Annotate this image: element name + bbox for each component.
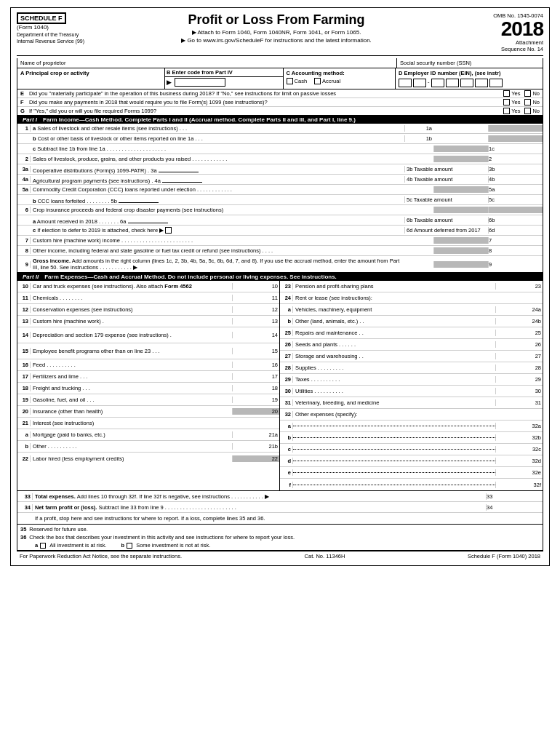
line-32d-label[interactable]: [293, 461, 495, 461]
ein-box3[interactable]: [431, 79, 444, 87]
name-field[interactable]: Name of proprietor: [17, 58, 397, 68]
row-g: G If "Yes," did you or will you file req…: [17, 107, 543, 115]
line-15-amount[interactable]: 15: [232, 348, 279, 354]
line-11-amount[interactable]: 11: [232, 295, 279, 301]
line-32a-amount[interactable]: 32a: [495, 423, 543, 429]
line-5c-amount[interactable]: 5c: [488, 196, 543, 203]
line-36b-checkbox[interactable]: [127, 543, 132, 549]
ein-box5[interactable]: [460, 79, 473, 87]
line-14-amount[interactable]: 14: [232, 332, 279, 338]
g-no-checkbox[interactable]: [524, 108, 531, 114]
line-24b-amount[interactable]: 24b: [495, 318, 543, 324]
line-36b[interactable]: b Some investment is not at risk.: [121, 542, 211, 549]
line-32f-label[interactable]: [293, 485, 495, 485]
line-6d-amount[interactable]: 6d: [488, 227, 543, 234]
line-4a-input[interactable]: [162, 175, 202, 183]
line-17-amount[interactable]: 17: [232, 373, 279, 380]
line-30-num: 30: [280, 388, 293, 394]
line-27-amount[interactable]: 27: [495, 353, 543, 359]
line-24a-amount[interactable]: 24a: [495, 306, 543, 313]
line-21a-amount[interactable]: 21a: [232, 431, 279, 438]
line-32e-amount[interactable]: 32e: [495, 469, 543, 476]
line-32a-label[interactable]: [293, 426, 495, 426]
ein-box4[interactable]: [446, 79, 459, 87]
accrual-checkbox-label[interactable]: Accrual: [314, 78, 340, 84]
line-21b-amount[interactable]: 21b: [232, 443, 279, 450]
line-32d-amount[interactable]: 32d: [495, 458, 543, 464]
line-12-amount[interactable]: 12: [232, 306, 279, 313]
e-no[interactable]: No: [524, 90, 540, 97]
line-20-amount[interactable]: 20: [232, 408, 279, 415]
line-34-amount[interactable]: 34: [486, 504, 540, 511]
line-32c-label[interactable]: [293, 449, 495, 450]
line-18-amount[interactable]: 18: [232, 385, 279, 391]
e-no-checkbox[interactable]: [524, 90, 531, 97]
line-1b-label: b Cost or other basis of livestock or ot…: [31, 135, 404, 142]
ein-box1[interactable]: [399, 79, 412, 87]
f-yes-checkbox[interactable]: [503, 99, 510, 105]
line-11-label: Chemicals . . . . . . . .: [31, 295, 232, 301]
ssn-field[interactable]: Social security number (SSN): [397, 58, 543, 68]
line-32b-label[interactable]: [293, 437, 495, 438]
line-3b-amount[interactable]: 3b: [488, 166, 543, 172]
line-1a-label: a Sales of livestock and other resale it…: [31, 125, 404, 132]
e-yes-checkbox[interactable]: [503, 90, 510, 97]
line-6c-checkbox[interactable]: [165, 227, 172, 234]
line-3-label: Cooperative distributions (Form(s) 1099-…: [31, 164, 404, 174]
g-yes[interactable]: Yes: [503, 108, 520, 114]
line-36a[interactable]: a All investment is at risk.: [35, 542, 107, 549]
ein-boxes: -: [399, 79, 540, 87]
line-1c-label: c Subtract line 1b from line 1a . . . . …: [31, 146, 404, 152]
line-29-num: 29: [280, 376, 293, 383]
line-32c-amount[interactable]: 32c: [495, 446, 543, 453]
line-10-amount[interactable]: 10: [232, 283, 279, 290]
line-16-amount[interactable]: 16: [232, 362, 279, 368]
line-5a-amount[interactable]: 5a: [488, 186, 543, 193]
line-9-amount[interactable]: 9: [488, 261, 543, 268]
line-32b-amount[interactable]: 32b: [495, 434, 543, 441]
g-no[interactable]: No: [524, 108, 540, 114]
cash-checkbox[interactable]: [287, 78, 293, 84]
e-yes[interactable]: Yes: [503, 90, 520, 97]
line-5b-input[interactable]: [119, 195, 159, 203]
line-5a-label: Commodity Credit Corporation (CCC) loans…: [31, 186, 404, 193]
ein-box7[interactable]: [489, 79, 503, 87]
line-30-amount[interactable]: 30: [495, 388, 543, 394]
line-7-amount[interactable]: 7: [488, 237, 543, 244]
line-19-amount[interactable]: 19: [232, 397, 279, 403]
line-31-amount[interactable]: 31: [495, 399, 543, 406]
line-32e-label[interactable]: [293, 472, 495, 473]
f-yes[interactable]: Yes: [503, 99, 520, 105]
code-input-box[interactable]: [175, 78, 225, 87]
ein-box2[interactable]: [413, 79, 426, 87]
f-no-checkbox[interactable]: [524, 99, 531, 105]
line-13-amount[interactable]: 13: [232, 318, 279, 324]
line-25-amount[interactable]: 25: [495, 330, 543, 336]
line-2-amount[interactable]: 2: [488, 156, 543, 162]
line-26-amount[interactable]: 26: [495, 341, 543, 348]
footer-left: For Paperwork Reduction Act Notice, see …: [20, 553, 182, 559]
line-14-num: 14: [17, 332, 31, 338]
line-32f-amount[interactable]: 32f: [495, 482, 543, 488]
enter-code-input-area[interactable]: ▶: [165, 77, 283, 87]
accrual-checkbox[interactable]: [314, 78, 321, 84]
cash-checkbox-label[interactable]: Cash: [287, 78, 308, 84]
line-1c-amount[interactable]: 1c: [488, 146, 543, 152]
line-22-amount[interactable]: 22: [232, 455, 279, 462]
line-6b-amount[interactable]: 6b: [488, 217, 543, 223]
ein-box6[interactable]: [475, 79, 488, 87]
g-yes-checkbox[interactable]: [503, 108, 510, 114]
line-36a-checkbox[interactable]: [40, 543, 46, 549]
line-8-amount[interactable]: 8: [488, 247, 543, 254]
line-2-label: Sales of livestock, produce, grains, and…: [31, 156, 404, 162]
line-20-num: 20: [17, 408, 31, 415]
employer-id-label: D Employer ID number (EIN), (see instr): [399, 70, 500, 76]
line-33-amount[interactable]: 33: [486, 493, 540, 500]
line-28-amount[interactable]: 28: [495, 364, 543, 371]
f-no[interactable]: No: [524, 99, 540, 105]
line-4b-amount[interactable]: 4b: [488, 176, 543, 183]
line-23-amount[interactable]: 23: [495, 283, 543, 290]
line-3a-input[interactable]: [159, 164, 199, 172]
line-29-amount[interactable]: 29: [495, 376, 543, 383]
line-6a-input[interactable]: [128, 215, 168, 223]
